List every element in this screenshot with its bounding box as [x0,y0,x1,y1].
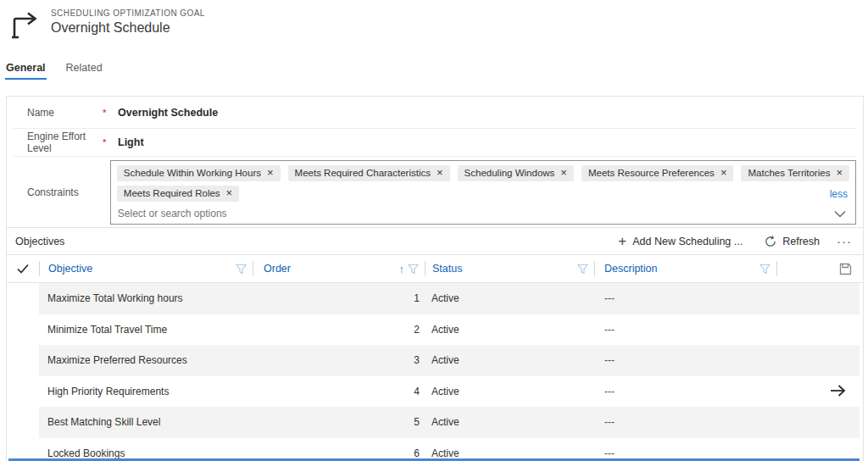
refresh-label: Refresh [782,236,820,247]
table-row[interactable]: High Priority Requirements 4 Active --- [7,376,863,408]
remove-tag-icon[interactable]: × [836,169,843,177]
chevron-down-icon[interactable] [834,210,846,218]
constraint-tag: Meets Resource Preferences × [581,165,734,181]
table-row[interactable]: Best Matching Skill Level 5 Active --- [7,407,863,438]
cell-status: Active [425,292,594,304]
filter-icon[interactable] [577,264,588,275]
constraint-tag-label: Meets Required Characteristics [295,168,431,178]
general-form-section: Name * Overnight Schedule Engine Effort … [6,96,864,461]
column-header-status[interactable]: Status [426,255,594,282]
select-all-checkbox[interactable] [7,264,39,274]
scroll-right-arrow-icon[interactable] [830,384,846,397]
scheduling-optimization-goal-page: SCHEDULING OPTIMIZATION GOAL Overnight S… [0,0,868,461]
constraint-tag-label: Scheduling Windows [465,168,555,178]
constraint-tag: Matches Territories × [741,165,849,181]
row-checkbox-gutter[interactable] [7,438,39,461]
record-header: SCHEDULING OPTIMIZATION GOAL Overnight S… [11,8,205,42]
field-constraints: Constraints Schedule Within Working Hour… [7,157,863,228]
cell-order: 1 [253,292,425,304]
refresh-button[interactable]: Refresh [765,236,820,247]
row-checkbox-gutter[interactable] [7,407,39,438]
remove-tag-icon[interactable]: × [267,169,274,177]
constraints-search-input[interactable]: Select or search options [118,208,834,219]
column-header-description[interactable]: Description [595,255,776,282]
cell-order: 3 [253,354,425,366]
cell-status: Active [425,447,594,459]
cell-status: Active [425,416,594,428]
save-icon[interactable] [839,263,852,275]
row-checkbox-gutter[interactable] [7,345,39,376]
constraint-tag: Schedule Within Working Hours × [117,165,281,181]
table-row[interactable]: Maximize Preferred Resources 3 Active --… [7,345,863,376]
filter-icon[interactable] [760,264,771,275]
remove-tag-icon[interactable]: × [721,169,727,177]
cell-order: 6 [253,447,425,459]
cell-objective: Maximize Total Working hours [39,292,253,304]
constraints-tag-row-2: Meets Required Roles × less [117,186,849,202]
table-row[interactable]: Minimize Total Travel Time 2 Active --- [7,314,863,346]
show-less-link[interactable]: less [830,188,849,200]
cell-objective: Minimize Total Travel Time [39,324,253,336]
name-field-value[interactable]: Overnight Schedule [118,107,218,119]
objectives-grid-body: Maximize Total Working hours 1 Active --… [7,283,863,461]
remove-tag-icon[interactable]: × [226,189,233,197]
engine-effort-level-label: Engine Effort Level [14,131,94,154]
column-label: Objective [48,263,92,275]
page-title: Overnight Schedule [51,20,205,36]
cell-description: --- [594,416,615,428]
row-checkbox-gutter[interactable] [7,283,39,314]
tab-related[interactable]: Related [65,59,103,80]
cell-order: 2 [253,324,425,336]
tab-general[interactable]: General [5,59,47,80]
record-header-text: SCHEDULING OPTIMIZATION GOAL Overnight S… [51,8,205,42]
cell-description: --- [594,324,615,336]
field-engine-effort-level: Engine Effort Level * Light [14,129,856,157]
column-label: Status [432,263,462,275]
constraints-multiselect[interactable]: Schedule Within Working Hours × Meets Re… [110,160,856,225]
required-asterisk: * [94,108,118,118]
required-asterisk: * [94,137,118,147]
sort-ascending-icon: ↑ [399,263,405,275]
constraint-tag: Meets Required Roles × [117,186,239,202]
constraints-tag-row-1: Schedule Within Working Hours × Meets Re… [117,165,849,181]
field-name: Name * Overnight Schedule [14,97,856,129]
filter-icon[interactable] [236,264,247,275]
row-checkbox-gutter[interactable] [7,314,39,346]
engine-effort-level-value[interactable]: Light [118,136,144,148]
cell-description: --- [594,447,615,459]
constraint-tag: Scheduling Windows × [458,165,574,181]
name-field-label: Name [14,107,94,119]
cell-objective: Maximize Preferred Resources [39,354,253,366]
plus-icon: + [618,236,626,247]
cell-objective: Best Matching Skill Level [39,416,253,428]
cell-status: Active [425,386,594,397]
cell-status: Active [425,354,594,366]
objectives-grid-header: Objective Order ↑ [7,255,863,283]
constraint-tag-label: Meets Required Roles [124,188,220,198]
remove-tag-icon[interactable]: × [560,169,567,177]
constraints-field-label: Constraints [14,186,110,198]
filter-icon[interactable] [408,264,419,275]
table-row[interactable]: Maximize Total Working hours 1 Active --… [7,283,863,314]
remove-tag-icon[interactable]: × [437,169,443,177]
row-checkbox-gutter[interactable] [7,376,39,408]
table-row[interactable]: Locked Bookings 6 Active --- [7,438,863,461]
column-header-order[interactable]: Order ↑ [253,255,425,282]
constraint-tag: Meets Required Characteristics × [288,165,450,181]
grid-header-end [777,263,863,275]
objectives-section-title: Objectives [15,236,64,247]
add-new-scheduling-label: Add New Scheduling ... [632,236,743,247]
objectives-toolbar: + Add New Scheduling ... Refresh ··· [618,234,852,248]
more-commands-button[interactable]: ··· [837,234,852,248]
cell-description: --- [594,354,615,366]
constraint-tag-label: Matches Territories [748,168,830,178]
column-header-objective[interactable]: Objective [40,255,253,282]
cell-order: 5 [253,416,425,428]
optimization-goal-icon [11,12,42,42]
add-new-scheduling-button[interactable]: + Add New Scheduling ... [618,236,743,247]
form-tabs: General Related [5,59,103,80]
constraints-search-row: Select or search options [117,206,849,221]
constraint-tag-label: Schedule Within Working Hours [124,168,261,178]
constraint-tag-label: Meets Resource Preferences [588,168,715,178]
column-label: Description [604,263,658,275]
